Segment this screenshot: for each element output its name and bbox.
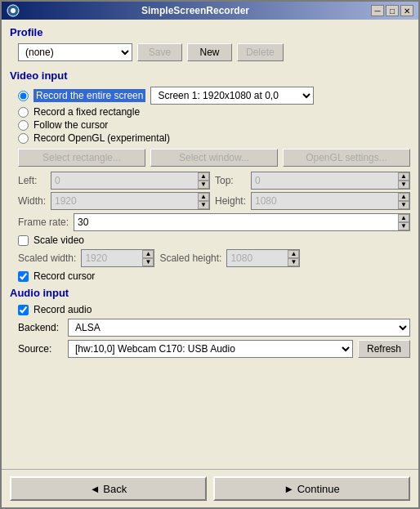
- radio-fixed-rect[interactable]: [18, 107, 29, 118]
- scaled-width-down-btn[interactable]: ▼: [142, 258, 154, 266]
- back-button[interactable]: ◄ Back: [10, 476, 207, 501]
- main-window: SimpleScreenRecorder ─ □ ✕ Profile (none…: [0, 0, 420, 509]
- framerate-down-btn[interactable]: ▼: [398, 222, 409, 230]
- framerate-input[interactable]: 30: [74, 214, 398, 230]
- opengl-settings-button[interactable]: OpenGL settings...: [283, 149, 410, 167]
- radio-entire-screen[interactable]: [18, 91, 29, 101]
- scale-video-label: Scale video: [34, 234, 84, 246]
- backend-select[interactable]: ALSA: [68, 319, 410, 337]
- scaled-width-label: Scaled width:: [18, 252, 76, 264]
- radio-follow-cursor-label: Follow the cursor: [34, 119, 108, 131]
- video-input-title: Video input: [10, 69, 410, 82]
- width-label: Width:: [18, 195, 46, 207]
- scaled-width-input[interactable]: 1920: [82, 250, 142, 266]
- left-down-btn[interactable]: ▼: [198, 181, 209, 189]
- video-input-section: Video input Record the entire screen Scr…: [10, 69, 410, 282]
- record-cursor-row: Record cursor: [18, 270, 410, 282]
- radio-follow-cursor-row: Follow the cursor: [18, 119, 410, 131]
- svg-point-1: [11, 8, 16, 13]
- height-label: Height:: [215, 195, 246, 207]
- left-spinbox: 0 ▲ ▼: [51, 172, 210, 190]
- radio-opengl-row: Record OpenGL (experimental): [18, 132, 410, 144]
- scaled-height-up-btn[interactable]: ▲: [288, 250, 299, 258]
- video-btn-row: Select rectangle... Select window... Ope…: [18, 149, 410, 167]
- left-input[interactable]: 0: [51, 172, 198, 189]
- scaled-row: Scaled width: 1920 ▲ ▼ Scaled height: 10…: [18, 249, 410, 267]
- select-window-button[interactable]: Select window...: [150, 149, 278, 167]
- record-audio-checkbox[interactable]: [18, 305, 29, 315]
- height-input[interactable]: 1080: [252, 193, 398, 209]
- backend-row: Backend: ALSA: [18, 319, 410, 337]
- close-button[interactable]: ✕: [400, 5, 413, 16]
- scaled-height-label: Scaled height:: [159, 252, 221, 264]
- scale-video-row: Scale video: [18, 234, 410, 246]
- top-spinbox: 0 ▲ ▼: [251, 172, 410, 190]
- height-spinbox-btns: ▲ ▼: [398, 193, 409, 209]
- width-input[interactable]: 1920: [51, 193, 198, 209]
- entire-screen-highlighted: Record the entire screen: [34, 89, 145, 102]
- audio-input-title: Audio input: [10, 287, 410, 299]
- scaled-width-up-btn[interactable]: ▲: [142, 250, 154, 258]
- top-up-btn[interactable]: ▲: [398, 172, 409, 181]
- continue-button[interactable]: ► Continue: [213, 476, 410, 501]
- scaled-height-down-btn[interactable]: ▼: [288, 258, 299, 266]
- framerate-label: Frame rate:: [18, 217, 69, 228]
- width-spinbox-btns: ▲ ▼: [198, 193, 209, 209]
- width-down-btn[interactable]: ▼: [198, 201, 209, 209]
- profile-section-title: Profile: [10, 26, 410, 38]
- left-label: Left:: [18, 175, 46, 186]
- radio-fixed-rect-row: Record a fixed rectangle: [18, 106, 410, 118]
- scaled-height-input[interactable]: 1080: [227, 250, 288, 266]
- source-row: Source: [hw:10,0] Webcam C170: USB Audio…: [18, 340, 410, 358]
- scaled-width-spinbox: 1920 ▲ ▼: [81, 249, 154, 267]
- height-up-btn[interactable]: ▲: [398, 193, 409, 201]
- top-down-btn[interactable]: ▼: [398, 181, 409, 189]
- profile-select[interactable]: (none): [18, 43, 132, 61]
- left-spinbox-btns: ▲ ▼: [198, 172, 209, 189]
- maximize-button[interactable]: □: [386, 5, 399, 16]
- main-content: Profile (none) Save New Delete Video inp…: [2, 20, 418, 469]
- record-audio-label: Record audio: [34, 304, 92, 315]
- framerate-row: Frame rate: 30 ▲ ▼: [18, 213, 410, 231]
- radio-opengl[interactable]: [18, 133, 29, 144]
- top-input[interactable]: 0: [252, 172, 398, 189]
- save-button[interactable]: Save: [137, 43, 182, 61]
- radio-follow-cursor[interactable]: [18, 120, 29, 131]
- scale-video-checkbox[interactable]: [18, 235, 29, 246]
- bottom-bar: ◄ Back ► Continue: [2, 469, 418, 507]
- select-rect-button[interactable]: Select rectangle...: [18, 149, 145, 167]
- record-audio-row: Record audio: [18, 304, 410, 315]
- radio-entire-screen-label: Record the entire screen: [34, 90, 145, 101]
- refresh-button[interactable]: Refresh: [358, 340, 410, 358]
- radio-entire-screen-row: Record the entire screen Screen 1: 1920x…: [18, 87, 410, 105]
- width-up-btn[interactable]: ▲: [198, 193, 209, 201]
- delete-button[interactable]: Delete: [237, 43, 284, 61]
- top-label: Top:: [215, 175, 246, 186]
- scaled-height-spinbox-btns: ▲ ▼: [288, 250, 299, 266]
- radio-fixed-rect-label: Record a fixed rectangle: [34, 106, 140, 118]
- backend-label: Backend:: [18, 322, 63, 333]
- minimize-button[interactable]: ─: [371, 5, 384, 16]
- framerate-spinbox-btns: ▲ ▼: [398, 214, 409, 230]
- profile-row: (none) Save New Delete: [10, 43, 410, 61]
- window-title: SimpleScreenRecorder: [20, 5, 371, 16]
- titlebar-buttons: ─ □ ✕: [371, 5, 413, 16]
- position-fields: Left: 0 ▲ ▼ Top: 0 ▲ ▼ Width:: [18, 172, 410, 210]
- record-cursor-label: Record cursor: [34, 270, 95, 282]
- framerate-up-btn[interactable]: ▲: [398, 214, 409, 222]
- width-spinbox: 1920 ▲ ▼: [51, 192, 210, 210]
- screen-select[interactable]: Screen 1: 1920x1080 at 0,0: [150, 87, 314, 105]
- framerate-spinbox: 30 ▲ ▼: [74, 213, 410, 231]
- radio-opengl-label: Record OpenGL (experimental): [34, 132, 170, 144]
- audio-input-section: Audio input Record audio Backend: ALSA S…: [10, 287, 410, 358]
- scaled-height-spinbox: 1080 ▲ ▼: [226, 249, 300, 267]
- height-down-btn[interactable]: ▼: [398, 201, 409, 209]
- record-cursor-checkbox[interactable]: [18, 271, 29, 282]
- left-up-btn[interactable]: ▲: [198, 172, 209, 181]
- top-spinbox-btns: ▲ ▼: [398, 172, 409, 189]
- titlebar: SimpleScreenRecorder ─ □ ✕: [2, 2, 418, 20]
- scaled-width-spinbox-btns: ▲ ▼: [142, 250, 154, 266]
- source-select[interactable]: [hw:10,0] Webcam C170: USB Audio: [68, 340, 353, 358]
- new-button[interactable]: New: [187, 43, 232, 61]
- source-label: Source:: [18, 343, 63, 355]
